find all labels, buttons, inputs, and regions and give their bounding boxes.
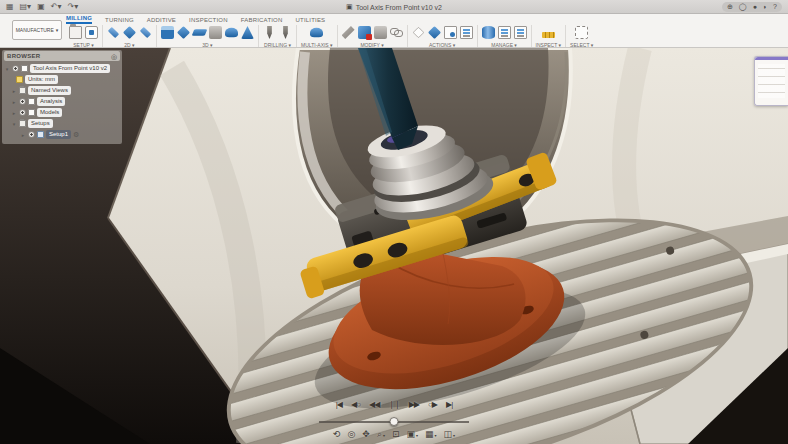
- 3d-viewport-canvas[interactable]: BROWSER ◎ ▾ Tool Axis From Point v10 v2 …: [0, 48, 788, 444]
- previous-operation-button[interactable]: ◀○: [351, 400, 360, 409]
- look-at-icon[interactable]: ◎: [347, 429, 355, 439]
- group-label-drilling[interactable]: DRILLING ▾: [264, 42, 291, 48]
- expander-icon[interactable]: ▸: [11, 88, 17, 94]
- display-settings-icon[interactable]: ▣▾: [406, 429, 418, 439]
- edit-toolpath-icon[interactable]: [342, 26, 355, 39]
- data-panel-grid-icon[interactable]: ▦: [6, 3, 14, 11]
- grid-snaps-icon[interactable]: ▦▾: [425, 429, 437, 439]
- pocket-clearing-icon[interactable]: [177, 26, 190, 39]
- tab-milling[interactable]: MILLING: [66, 15, 92, 24]
- group-label-inspect[interactable]: INSPECT ▾: [536, 42, 561, 48]
- fit-icon[interactable]: ⊡: [392, 429, 400, 439]
- tab-utilities[interactable]: UTILITIES: [296, 17, 326, 24]
- work-offset-icon[interactable]: [85, 26, 98, 39]
- group-label-3d[interactable]: 3D ▾: [202, 42, 212, 48]
- orbit-icon[interactable]: ⟲: [333, 429, 341, 439]
- group-label-setup[interactable]: SETUP ▾: [73, 42, 93, 48]
- expander-icon[interactable]: ▸: [11, 99, 17, 105]
- next-operation-button[interactable]: ○▶: [428, 400, 437, 409]
- zoom-icon[interactable]: ⌕▾: [377, 429, 385, 439]
- browser-row-analysis[interactable]: ▸ Analysis: [11, 96, 120, 107]
- go-to-start-button[interactable]: |◀: [336, 400, 342, 409]
- visibility-eye-icon[interactable]: [12, 65, 19, 72]
- visibility-eye-icon[interactable]: [19, 98, 26, 105]
- parallel-icon[interactable]: [192, 29, 208, 36]
- browser-row-label[interactable]: Setups: [28, 119, 53, 128]
- tab-inspection[interactable]: INSPECTION: [189, 17, 228, 24]
- visibility-eye-icon[interactable]: [28, 131, 35, 138]
- steep-shallow-icon[interactable]: [209, 26, 222, 39]
- group-label-modify[interactable]: MODIFY ▾: [360, 42, 383, 48]
- save-icon[interactable]: ▣: [37, 3, 45, 11]
- bore-icon[interactable]: [279, 26, 292, 39]
- extensions-icon[interactable]: ◯: [739, 3, 747, 11]
- templates-icon[interactable]: [514, 26, 527, 39]
- generate-icon[interactable]: [412, 27, 423, 38]
- clipped-dialog-panel[interactable]: [754, 56, 788, 106]
- browser-row-setups[interactable]: ▾ Setups: [11, 118, 120, 129]
- tab-turning[interactable]: TURNING: [105, 17, 134, 24]
- browser-row-named-views[interactable]: ▸ Named Views: [11, 85, 120, 96]
- browser-row-label[interactable]: Named Views: [28, 86, 71, 95]
- play-forward-button[interactable]: ▶▶: [409, 400, 419, 409]
- 2d-adaptive-icon[interactable]: [108, 27, 119, 38]
- redo-icon[interactable]: ↷▾: [67, 3, 78, 11]
- profile-avatar-icon[interactable]: ●: [753, 3, 757, 11]
- expander-icon[interactable]: ▸: [11, 110, 17, 116]
- gear-icon[interactable]: ⚙: [73, 131, 79, 139]
- browser-row-label[interactable]: Tool Axis From Point v10 v2: [30, 64, 110, 73]
- multi-axis-contour-icon[interactable]: [310, 28, 323, 37]
- group-label-multi-axis[interactable]: MULTI-AXIS ▾: [301, 42, 333, 48]
- expander-icon[interactable]: ▾: [11, 121, 17, 127]
- play-backward-button[interactable]: ◀◀: [369, 400, 379, 409]
- drill-icon[interactable]: [263, 26, 276, 39]
- 2d-contour-icon[interactable]: [140, 27, 151, 38]
- help-icon[interactable]: ?: [773, 3, 777, 11]
- browser-row-label[interactable]: Units: mm: [25, 75, 58, 84]
- new-setup-icon[interactable]: [69, 26, 82, 39]
- adaptive-clearing-icon[interactable]: [161, 26, 174, 39]
- file-menu-icon[interactable]: ▤▾: [20, 3, 32, 11]
- tool-library-icon[interactable]: [482, 26, 495, 39]
- flow-icon[interactable]: [225, 28, 238, 37]
- browser-row-label-selected[interactable]: Setup1: [46, 130, 71, 139]
- pan-icon[interactable]: ✥: [362, 429, 370, 439]
- notifications-icon[interactable]: ◗: [763, 3, 767, 11]
- browser-row-units[interactable]: Units: mm: [16, 74, 120, 85]
- simulate-icon[interactable]: [427, 26, 440, 39]
- workspace-selector-button[interactable]: MANUFACTURE ▾: [12, 20, 62, 40]
- task-manager-icon[interactable]: [498, 26, 511, 39]
- group-label-actions[interactable]: ACTIONS ▾: [429, 42, 455, 48]
- browser-row-label[interactable]: Models: [37, 108, 62, 117]
- delete-toolpath-icon[interactable]: [358, 26, 371, 39]
- tab-additive[interactable]: ADDITIVE: [147, 17, 176, 24]
- post-process-icon[interactable]: [444, 26, 457, 39]
- tab-fabrication[interactable]: FABRICATION: [241, 17, 283, 24]
- morph-icon[interactable]: [241, 26, 254, 39]
- setup-sheet-icon[interactable]: [460, 26, 473, 39]
- simulation-timeline-slider[interactable]: [319, 417, 469, 427]
- browser-row-setup1[interactable]: ▸ Setup1 ⚙: [20, 129, 120, 140]
- browser-filter-icon[interactable]: ◎: [111, 53, 117, 60]
- group-label-manage[interactable]: MANAGE ▾: [491, 42, 517, 48]
- measure-icon[interactable]: [542, 32, 555, 38]
- group-label-select[interactable]: SELECT ▾: [570, 42, 593, 48]
- link-icon[interactable]: [390, 26, 403, 39]
- expander-icon[interactable]: ▾: [4, 66, 10, 72]
- viewports-icon[interactable]: ◫▾: [444, 429, 456, 439]
- expander-icon[interactable]: ▸: [20, 132, 26, 138]
- browser-header[interactable]: BROWSER ◎: [4, 51, 120, 61]
- browser-row-models[interactable]: ▸ Models: [11, 107, 120, 118]
- browser-row-document[interactable]: ▾ Tool Axis From Point v10 v2: [4, 63, 120, 74]
- slider-handle[interactable]: [390, 417, 399, 426]
- group-label-2d[interactable]: 2D ▾: [124, 42, 134, 48]
- 2d-pocket-icon[interactable]: [123, 26, 136, 39]
- window-select-icon[interactable]: [575, 26, 588, 39]
- go-to-end-button[interactable]: ▶|: [446, 400, 452, 409]
- pause-button[interactable]: ❘❘: [388, 400, 399, 409]
- browser-row-label[interactable]: Analysis: [37, 97, 65, 106]
- job-status-icon[interactable]: ⊕: [727, 3, 733, 11]
- visibility-eye-icon[interactable]: [19, 109, 26, 116]
- undo-icon[interactable]: ↶▾: [51, 3, 62, 11]
- feed-height-icon[interactable]: [374, 26, 387, 39]
